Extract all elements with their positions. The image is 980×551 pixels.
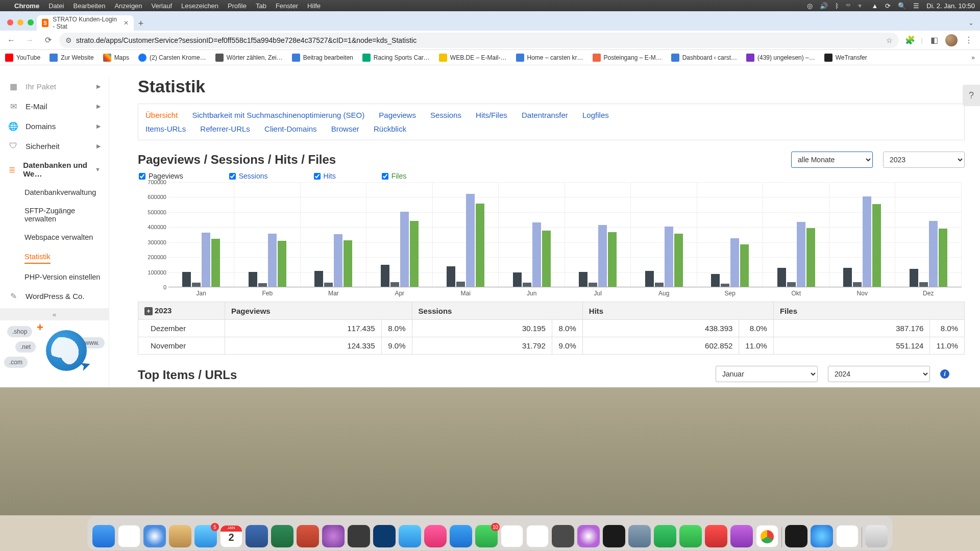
volume-icon[interactable]: 🔊 <box>820 2 828 10</box>
menu-hilfe[interactable]: Hilfe <box>307 2 321 10</box>
sync-icon[interactable]: ⟳ <box>885 2 891 10</box>
menu-fenster[interactable]: Fenster <box>276 2 298 10</box>
airdrop-icon[interactable]: ⌔ <box>846 2 850 10</box>
battery-icon[interactable]: ▲ <box>871 2 878 10</box>
control-center-icon[interactable]: ☰ <box>913 2 919 10</box>
mac-menubar: Chrome Datei Bearbeiten Anzeigen Verlauf… <box>0 0 980 11</box>
menu-verlauf[interactable]: Verlauf <box>152 2 172 10</box>
menu-datei[interactable]: Datei <box>48 2 64 10</box>
menu-lesezeichen[interactable]: Lesezeichen <box>181 2 218 10</box>
bluetooth-icon[interactable]: ᛒ <box>835 2 839 10</box>
menubar-clock[interactable]: Di. 2. Jan. 10:50 <box>926 2 975 10</box>
wifi-icon[interactable]: ᯤ <box>857 2 864 10</box>
menu-tab[interactable]: Tab <box>256 2 266 10</box>
menu-profile[interactable]: Profile <box>228 2 247 10</box>
menu-anzeigen[interactable]: Anzeigen <box>114 2 142 10</box>
menubar-app[interactable]: Chrome <box>14 2 39 10</box>
menu-bearbeiten[interactable]: Bearbeiten <box>73 2 105 10</box>
spotlight-icon[interactable]: 🔍 <box>898 2 906 10</box>
status-icon[interactable]: ◎ <box>807 2 813 10</box>
